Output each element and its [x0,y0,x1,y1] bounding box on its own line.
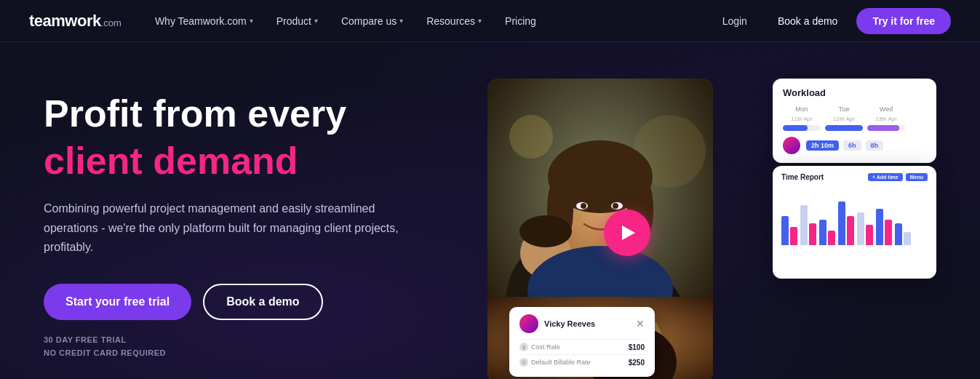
cost-rate-value: $100 [629,343,645,351]
chevron-down-icon: ▾ [399,17,403,25]
navbar: teamwork .com Why Teamwork.com ▾ Product… [0,0,980,42]
chart-group-5 [857,212,873,245]
hero-buttons: Start your free trial Book a demo [44,284,466,320]
menu-button[interactable]: Menu [906,173,928,181]
workload-bar-group-tue: Tue 12th Apr [825,105,863,131]
workload-times: 2h 10m 6h 8h [806,140,926,151]
fine-print: 30 DAY FREE TRIAL NO CREDIT CARD REQUIRE… [44,333,466,360]
add-time-button[interactable]: + Add time [868,173,903,181]
chart-bar [819,220,826,245]
chart-bar [857,212,864,245]
chart-area [781,187,928,245]
vicky-card: Vicky Reeves ✕ $ Cost Rate $100 ◎ Defaul… [509,307,655,377]
workload-time-mon: 2h 10m [806,140,839,151]
close-icon[interactable]: ✕ [636,318,645,330]
svg-point-1 [509,115,553,159]
logo[interactable]: teamwork .com [29,12,121,31]
vicky-card-header: Vicky Reeves ✕ [519,314,645,333]
svg-point-9 [581,203,586,209]
book-demo-button[interactable]: Book a demo [203,284,322,320]
hero-headline-line2: client demand [44,140,466,182]
dollar-icon: $ [519,343,528,351]
svg-point-14 [519,215,572,247]
chevron-down-icon: ▾ [250,17,253,25]
login-button[interactable]: Login [711,9,759,33]
workload-bar-group-wed: Wed 13th Apr [867,105,905,131]
svg-point-11 [613,203,618,209]
chart-group-7 [895,223,911,245]
hero-content: Profit from every client demand Combinin… [44,79,466,360]
workload-widget: Workload Mon 11th Apr Tue 12th Apr Wed 1… [773,79,936,163]
chart-bar [809,223,816,245]
workload-bars: Mon 11th Apr Tue 12th Apr Wed 13th Apr [783,105,926,131]
chart-bar [904,232,911,245]
cost-rate-label: $ Cost Rate [519,343,560,351]
nav-book-demo-button[interactable]: Book a demo [765,9,851,33]
try-free-button[interactable]: Try it for free [856,8,951,34]
chart-bar [790,227,797,245]
workload-time-tue: 6h [843,140,861,151]
hero-headline-line1: Profit from every [44,93,466,135]
vicky-billable-rate-row: ◎ Default Billable Rate $250 [519,354,645,370]
workload-title: Workload [783,87,926,98]
workload-time-wed: 8h [866,140,884,151]
billable-rate-value: $250 [629,359,645,367]
chart-group-6 [876,209,892,245]
workload-user-row: 2h 10m 6h 8h [783,137,926,154]
chart-bar [876,209,883,245]
hero-visuals: Workload Mon 11th Apr Tue 12th Apr Wed 1… [487,79,936,379]
chart-bar [866,225,873,245]
hero-section: Profit from every client demand Combinin… [0,42,980,379]
chart-bar [847,216,854,245]
nav-item-resources[interactable]: Resources ▾ [416,9,492,33]
chart-group-4 [838,202,854,245]
chart-bar [838,202,845,245]
chevron-down-icon: ▾ [478,17,482,25]
nav-item-compare[interactable]: Compare us ▾ [331,9,413,33]
chart-bar [781,216,789,245]
logo-tld: .com [101,17,121,28]
nav-item-why-teamwork[interactable]: Why Teamwork.com ▾ [145,9,263,33]
chart-bar [895,223,902,245]
chart-bar [800,205,808,245]
workload-bar-group-mon: Mon 11th Apr [783,105,821,131]
chart-group-2 [800,205,816,245]
fine-print-line1: 30 DAY FREE TRIAL [44,333,466,347]
time-report-header: Time Report + Add time Menu [781,173,928,181]
billable-rate-label: ◎ Default Billable Rate [519,358,591,367]
chart-group-1 [781,216,797,245]
nav-item-pricing[interactable]: Pricing [495,9,546,33]
chart-icon: ◎ [519,358,528,367]
play-button[interactable] [604,210,650,256]
chart-bar [885,220,892,245]
time-report-widget: Time Report + Add time Menu [773,166,936,279]
fine-print-line2: NO CREDIT CARD REQUIRED [44,346,466,360]
chart-bar [828,231,835,245]
vicky-name: Vicky Reeves [544,319,595,328]
logo-text: teamwork [29,12,101,31]
chart-group-3 [819,220,835,245]
hero-subtext: Combining powerful project management an… [44,199,422,257]
avatar [519,314,538,333]
nav-right: Login Book a demo Try it for free [711,8,951,34]
vicky-name-row: Vicky Reeves [519,314,595,333]
vicky-cost-rate-row: $ Cost Rate $100 [519,339,645,354]
workload-avatar [783,137,800,154]
nav-items: Why Teamwork.com ▾ Product ▾ Compare us … [145,9,711,33]
nav-item-product[interactable]: Product ▾ [266,9,328,33]
chevron-down-icon: ▾ [314,17,318,25]
start-trial-button[interactable]: Start your free trial [44,284,191,320]
time-report-title: Time Report [781,173,824,181]
